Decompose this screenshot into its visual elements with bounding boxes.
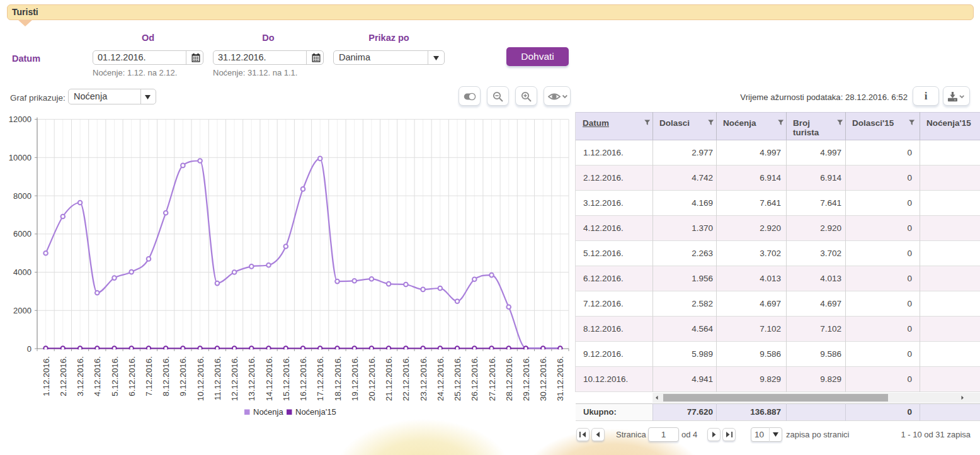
svg-text:2000: 2000 <box>13 306 31 315</box>
svg-text:8.12.2016.: 8.12.2016. <box>161 356 171 396</box>
svg-text:17.12.2016.: 17.12.2016. <box>316 356 325 401</box>
svg-text:21.12.2016.: 21.12.2016. <box>384 356 394 401</box>
svg-text:31.12.2016.: 31.12.2016. <box>556 356 565 401</box>
svg-text:19.12.2016.: 19.12.2016. <box>350 356 360 401</box>
svg-text:14.12.2016.: 14.12.2016. <box>265 356 274 401</box>
svg-text:12000: 12000 <box>9 115 31 124</box>
svg-text:16.12.2016.: 16.12.2016. <box>299 356 308 401</box>
svg-text:29.12.2016.: 29.12.2016. <box>521 356 531 401</box>
svg-text:7.12.2016.: 7.12.2016. <box>144 356 154 396</box>
svg-text:25.12.2016.: 25.12.2016. <box>453 356 462 401</box>
svg-text:12.12.2016.: 12.12.2016. <box>230 356 239 401</box>
svg-text:3.12.2016.: 3.12.2016. <box>76 356 85 396</box>
svg-text:1.12.2016.: 1.12.2016. <box>42 356 51 396</box>
svg-text:13.12.2016.: 13.12.2016. <box>247 356 256 401</box>
svg-text:11.12.2016.: 11.12.2016. <box>213 356 222 400</box>
svg-text:Noćenja'15: Noćenja'15 <box>295 407 336 417</box>
svg-text:22.12.2016.: 22.12.2016. <box>401 356 411 401</box>
svg-text:10000: 10000 <box>9 153 31 162</box>
svg-text:18.12.2016.: 18.12.2016. <box>333 356 343 401</box>
svg-text:27.12.2016.: 27.12.2016. <box>487 356 497 401</box>
svg-text:5.12.2016.: 5.12.2016. <box>110 356 120 396</box>
svg-text:26.12.2016.: 26.12.2016. <box>470 356 479 401</box>
svg-text:8000: 8000 <box>13 191 31 201</box>
svg-text:15.12.2016.: 15.12.2016. <box>282 356 291 401</box>
svg-text:30.12.2016.: 30.12.2016. <box>538 356 548 401</box>
svg-text:Noćenja: Noćenja <box>253 407 283 417</box>
svg-text:10.12.2016.: 10.12.2016. <box>196 356 205 401</box>
svg-text:4.12.2016.: 4.12.2016. <box>93 356 102 396</box>
svg-text:24.12.2016.: 24.12.2016. <box>436 356 445 401</box>
svg-text:20.12.2016.: 20.12.2016. <box>367 356 377 401</box>
svg-text:28.12.2016.: 28.12.2016. <box>504 356 514 401</box>
svg-text:9.12.2016.: 9.12.2016. <box>178 356 188 396</box>
svg-text:23.12.2016.: 23.12.2016. <box>419 356 428 401</box>
svg-text:6.12.2016.: 6.12.2016. <box>127 356 137 396</box>
svg-text:4000: 4000 <box>13 267 31 277</box>
svg-text:2.12.2016.: 2.12.2016. <box>59 356 68 396</box>
svg-text:0: 0 <box>27 344 31 354</box>
svg-text:6000: 6000 <box>13 229 31 239</box>
